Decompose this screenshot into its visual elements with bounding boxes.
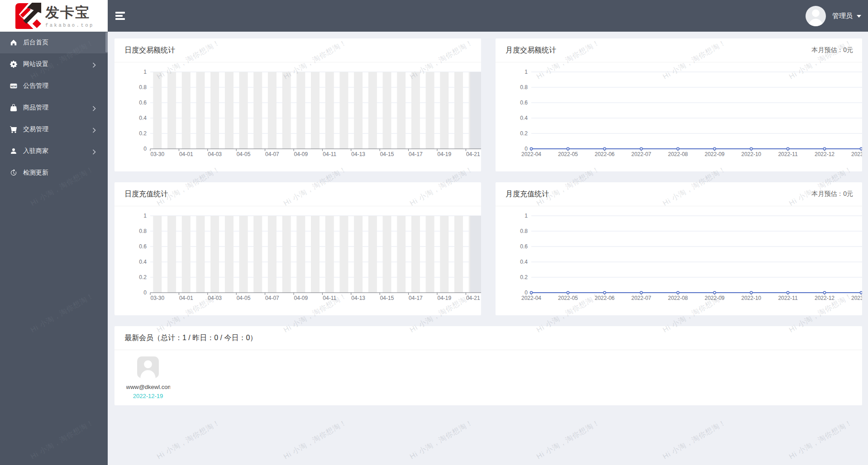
svg-text:0.2: 0.2: [139, 274, 147, 280]
gear-icon: [10, 61, 17, 68]
chart-daily-trade[interactable]: 00.20.40.60.8103-3004-0104-0304-0504-070…: [114, 62, 481, 171]
svg-text:0.8: 0.8: [520, 84, 528, 90]
chevron-down-icon: [857, 15, 861, 18]
svg-text:2022-08: 2022-08: [668, 295, 688, 301]
svg-text:2022-10: 2022-10: [741, 151, 761, 157]
svg-text:0: 0: [143, 289, 147, 296]
svg-text:2022-11: 2022-11: [778, 151, 797, 157]
svg-text:04-05: 04-05: [237, 295, 251, 301]
svg-text:04-03: 04-03: [208, 295, 222, 301]
sidebar-item-label: 入驻商家: [23, 147, 92, 155]
refresh-icon: [10, 169, 17, 176]
sidebar-menu: 后台首页网站设置NEW公告管理商品管理交易管理入驻商家检测更新: [0, 32, 108, 184]
chevron-right-icon: [92, 62, 96, 67]
svg-text:04-09: 04-09: [294, 151, 308, 157]
chart-monthly-recharge[interactable]: 00.20.40.60.812022-042022-052022-062022-…: [496, 206, 862, 315]
sidebar-item-label: 检测更新: [23, 169, 96, 177]
member-email: www@dkewl.com: [126, 384, 170, 390]
svg-text:04-15: 04-15: [380, 295, 394, 301]
svg-text:0.2: 0.2: [520, 130, 528, 137]
svg-text:04-17: 04-17: [409, 151, 423, 157]
estimate-value: 0元: [843, 46, 853, 53]
svg-text:0.4: 0.4: [139, 259, 147, 265]
svg-text:0.6: 0.6: [520, 243, 528, 250]
chevron-right-icon: [92, 148, 96, 154]
sidebar-item-2[interactable]: NEW公告管理: [0, 75, 108, 97]
home-icon: [10, 39, 17, 46]
sidebar-item-label: 商品管理: [23, 104, 92, 112]
card-latest-members: 最新会员（总计：1 / 昨日：0 / 今日：0） www@dkewl.com20…: [114, 326, 862, 405]
svg-text:04-05: 04-05: [237, 151, 251, 157]
chevron-right-icon: [92, 105, 96, 110]
svg-text:2022-06: 2022-06: [595, 295, 615, 301]
svg-text:0.8: 0.8: [139, 228, 147, 234]
svg-text:04-15: 04-15: [380, 151, 394, 157]
chart-daily-recharge[interactable]: 00.20.40.60.8103-3004-0104-0304-0504-070…: [114, 206, 481, 315]
sidebar-item-4[interactable]: 交易管理: [0, 119, 108, 140]
sidebar-item-6[interactable]: 检测更新: [0, 162, 108, 184]
chevron-right-icon: [92, 127, 96, 132]
card-title-monthly-recharge: 月度充值统计: [506, 190, 549, 199]
svg-text:2022-05: 2022-05: [558, 151, 578, 157]
monthly-recharge-estimate: 本月预估：0元: [811, 190, 853, 198]
svg-text:2022-06: 2022-06: [595, 151, 615, 157]
svg-text:2022-07: 2022-07: [631, 151, 651, 157]
card-title-daily-recharge: 日度充值统计: [124, 190, 168, 199]
svg-text:0.4: 0.4: [139, 115, 147, 121]
svg-text:04-11: 04-11: [323, 151, 336, 157]
user-dropdown[interactable]: 管理员: [806, 6, 861, 26]
card-daily-recharge: 日度充值统计 00.20.40.60.8103-3004-0104-0304-0…: [114, 182, 481, 315]
card-title-latest-members: 最新会员（总计：1 / 昨日：0 / 今日：0）: [124, 333, 257, 343]
member-avatar: [137, 356, 159, 378]
svg-text:0.8: 0.8: [139, 84, 147, 90]
svg-text:0.4: 0.4: [520, 115, 528, 121]
logo[interactable]: 发卡宝 fakabao.top: [0, 0, 108, 32]
svg-text:04-13: 04-13: [351, 295, 365, 301]
svg-text:04-21: 04-21: [466, 295, 480, 301]
bag-icon: [10, 104, 17, 111]
svg-text:04-19: 04-19: [437, 151, 451, 157]
sidebar-scrollbar-thumb[interactable]: [105, 32, 108, 52]
topbar: 管理员: [108, 0, 868, 32]
sidebar: 发卡宝 fakabao.top 后台首页网站设置NEW公告管理商品管理交易管理入…: [0, 0, 108, 465]
svg-text:2022-12: 2022-12: [815, 151, 835, 157]
main-content: 日度交易额统计 00.20.40.60.8103-3004-0104-0304-…: [108, 32, 868, 465]
svg-text:0.6: 0.6: [139, 243, 147, 250]
sidebar-item-1[interactable]: 网站设置: [0, 53, 108, 75]
new-badge-icon: NEW: [10, 82, 17, 90]
svg-text:04-09: 04-09: [294, 295, 308, 301]
svg-text:2022-05: 2022-05: [558, 295, 578, 301]
svg-text:04-11: 04-11: [323, 295, 336, 301]
card-title-daily-trade: 日度交易额统计: [124, 46, 175, 55]
estimate-label: 本月预估：: [811, 46, 843, 53]
svg-text:04-01: 04-01: [179, 295, 193, 301]
svg-text:2022-04: 2022-04: [521, 295, 541, 301]
svg-text:2023-01: 2023-01: [851, 295, 862, 301]
sidebar-item-label: 公告管理: [23, 82, 96, 90]
cart-icon: [10, 126, 17, 133]
svg-text:1: 1: [143, 69, 147, 75]
svg-text:03-30: 03-30: [150, 151, 164, 157]
member-list: www@dkewl.com2022-12-19: [114, 350, 862, 399]
sidebar-item-5[interactable]: 入驻商家: [0, 140, 108, 162]
user-name: 管理员: [832, 12, 853, 20]
card-title-monthly-trade: 月度交易额统计: [506, 46, 556, 55]
svg-text:04-19: 04-19: [437, 295, 451, 301]
chart-monthly-trade[interactable]: 00.20.40.60.812022-042022-052022-062022-…: [496, 62, 862, 171]
sidebar-item-3[interactable]: 商品管理: [0, 97, 108, 119]
brand-name: 发卡宝: [45, 5, 94, 21]
svg-text:2023-01: 2023-01: [851, 151, 862, 157]
member-item[interactable]: www@dkewl.com2022-12-19: [126, 356, 170, 399]
svg-text:04-13: 04-13: [351, 151, 365, 157]
svg-text:NEW: NEW: [10, 85, 17, 88]
svg-text:1: 1: [525, 69, 528, 75]
svg-text:04-07: 04-07: [265, 151, 279, 157]
svg-text:04-21: 04-21: [466, 151, 480, 157]
svg-text:2022-07: 2022-07: [631, 295, 651, 301]
svg-text:0.6: 0.6: [139, 100, 147, 106]
sidebar-item-0[interactable]: 后台首页: [0, 32, 108, 53]
svg-text:2022-11: 2022-11: [778, 295, 797, 301]
svg-text:2022-09: 2022-09: [705, 151, 725, 157]
estimate-label: 本月预估：: [811, 190, 843, 197]
menu-toggle-icon[interactable]: [115, 12, 125, 20]
